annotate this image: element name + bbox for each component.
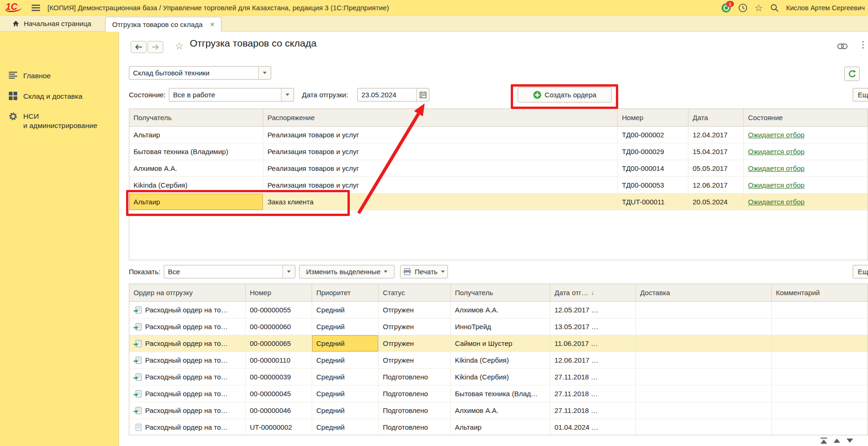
cell-recipient[interactable]: Альтаир [129, 127, 263, 143]
shipment-row[interactable]: Расходный ордер на то… 00-00000046 Средн… [129, 402, 868, 419]
cell-status[interactable]: Подготовлено [379, 369, 451, 385]
cell-recipient[interactable]: Kikinda (Сербия) [451, 352, 550, 368]
updates-notification-button[interactable]: 1 [721, 3, 731, 13]
shipment-row[interactable]: Расходный ордер на то… 00-00000055 Средн… [129, 302, 868, 318]
cell-priority[interactable]: Средний [312, 402, 379, 419]
order-row[interactable]: Алхимов А.А. Реализация товаров и услуг … [129, 160, 868, 177]
cell-number[interactable]: 00-00000065 [246, 335, 312, 351]
cell-number[interactable]: ТД00-000053 [618, 177, 688, 193]
sidebar-item-warehouse[interactable]: Склад и доставка [0, 92, 119, 101]
shipment-row[interactable]: Расходный ордер на то… 00-00000110 Средн… [129, 352, 868, 369]
cell-number[interactable]: 00-00000046 [246, 402, 312, 419]
state-link[interactable]: Ожидается отбор [748, 148, 805, 155]
cell-date[interactable]: 05.05.2017 [688, 160, 744, 176]
edit-selected-button[interactable]: Изменить выделенные [299, 265, 394, 278]
scroll-down-icon[interactable] [847, 439, 853, 443]
state-link[interactable]: Ожидается отбор [748, 164, 805, 172]
more-commands-button-bottom[interactable]: Еще [853, 265, 868, 278]
cell-priority[interactable]: Средний [312, 352, 379, 368]
favorites-star-icon[interactable]: ☆ [754, 3, 763, 13]
column-header-priority[interactable]: Приоритет [312, 284, 379, 301]
show-filter-select[interactable]: Все [164, 265, 295, 278]
cell-shipment-order[interactable]: Расходный ордер на то… [129, 369, 246, 385]
cell-ship-date[interactable]: 27.11.2018 … [550, 402, 636, 419]
cell-status[interactable]: Подготовлено [379, 402, 451, 419]
forward-button[interactable] [147, 41, 163, 53]
cell-number[interactable]: ТД00-000014 [618, 160, 688, 176]
back-button[interactable] [131, 41, 147, 53]
create-orders-button[interactable]: Создать ордера [518, 87, 612, 102]
cell-recipient[interactable]: Kikinda (Сербия) [451, 369, 550, 385]
tab-shipment-active[interactable]: Отгрузка товаров со склада × [105, 17, 221, 32]
cell-delivery[interactable] [636, 335, 772, 351]
cell-shipment-order[interactable]: Расходный ордер на то… [129, 402, 246, 419]
cell-priority[interactable]: Средний [312, 419, 379, 435]
get-link-icon[interactable] [837, 43, 848, 51]
warehouse-select[interactable]: Склад бытовой техники [129, 66, 271, 80]
1c-logo[interactable]: 1С [5, 1, 26, 14]
cell-ship-date[interactable]: 13.05.2017 … [550, 318, 636, 335]
cell-number[interactable]: 00-00000045 [246, 385, 312, 402]
cell-recipient[interactable]: Алхимов А.А. [451, 302, 550, 318]
column-header-number[interactable]: Номер [246, 284, 312, 301]
sidebar-item-main[interactable]: Главное [0, 71, 119, 81]
tab-home[interactable]: Начальная страница [4, 16, 100, 31]
column-header-number[interactable]: Номер [618, 109, 688, 126]
close-tab-icon[interactable]: × [210, 21, 214, 28]
cell-recipient[interactable]: Саймон и Шустер [451, 335, 550, 351]
calendar-button[interactable] [416, 88, 429, 101]
user-name[interactable]: Кислов Артем Сергеевич [786, 4, 865, 12]
cell-status[interactable]: Отгружен [379, 335, 451, 351]
favorite-page-star-icon[interactable]: ☆ [175, 41, 184, 51]
refresh-button[interactable] [844, 67, 860, 81]
cell-delivery[interactable] [636, 419, 772, 435]
shipment-row[interactable]: Расходный ордер на то… 00-00000039 Средн… [129, 369, 868, 385]
main-menu-button[interactable] [32, 5, 40, 11]
state-link[interactable]: Ожидается отбор [748, 198, 805, 206]
cell-shipment-order[interactable]: Расходный ордер на то… [129, 352, 246, 368]
shipment-row[interactable]: Расходный ордер на то… 00-00000045 Средн… [129, 385, 868, 402]
order-row[interactable]: Kikinda (Сербия) Реализация товаров и ус… [129, 177, 868, 194]
cell-recipient[interactable]: Альтаир [129, 194, 263, 210]
state-link[interactable]: Ожидается отбор [748, 131, 805, 139]
cell-status[interactable]: Отгружен [379, 318, 451, 335]
cell-comment[interactable] [772, 352, 868, 368]
cell-recipient[interactable]: ИнноТрейд [451, 318, 550, 335]
cell-number[interactable]: ТД00-000002 [618, 127, 688, 143]
cell-comment[interactable] [772, 419, 868, 435]
cell-number[interactable]: ТД00-000029 [618, 143, 688, 160]
cell-delivery[interactable] [636, 385, 772, 402]
cell-priority[interactable]: Средний [312, 302, 379, 318]
cell-number[interactable]: 00-00000055 [246, 302, 312, 318]
column-header-state[interactable]: Состояние [744, 109, 868, 126]
ship-date-field[interactable]: 23.05.2024 [357, 88, 429, 101]
cell-date[interactable]: 15.04.2017 [688, 143, 744, 160]
cell-date[interactable]: 20.05.2024 [688, 194, 744, 210]
cell-delivery[interactable] [636, 402, 772, 419]
state-filter-select[interactable]: Все в работе [169, 88, 294, 101]
cell-comment[interactable] [772, 369, 868, 385]
cell-number[interactable]: ТДUT-000011 [618, 194, 688, 210]
column-header-status[interactable]: Статус [379, 284, 451, 301]
cell-recipient[interactable]: Бытовая техника (Влад… [451, 385, 550, 402]
cell-date[interactable]: 12.04.2017 [688, 127, 744, 143]
cell-delivery[interactable] [636, 352, 772, 368]
cell-number[interactable]: 00-00000110 [246, 352, 312, 368]
column-header-recipient[interactable]: Получатель [129, 109, 263, 126]
column-header-delivery[interactable]: Доставка [636, 284, 772, 301]
sidebar-item-nsi-admin[interactable]: НСИ и администрирование [0, 112, 119, 130]
cell-number[interactable]: 00-00000060 [246, 318, 312, 335]
order-row[interactable]: Альтаир Реализация товаров и услуг ТД00-… [129, 127, 868, 143]
cell-order[interactable]: Реализация товаров и услуг [263, 160, 618, 176]
order-row[interactable]: Альтаир Заказ клиента ТДUT-000011 20.05.… [129, 194, 868, 210]
cell-shipment-order[interactable]: Расходный ордер на то… [129, 302, 246, 318]
warehouse-dropdown-button[interactable] [258, 67, 271, 79]
cell-number[interactable]: UT-00000002 [246, 419, 312, 435]
cell-comment[interactable] [772, 402, 868, 419]
cell-order[interactable]: Реализация товаров и услуг [263, 143, 618, 160]
scroll-up-icon[interactable] [834, 439, 840, 443]
cell-shipment-order[interactable]: Расходный ордер на то… [129, 318, 246, 335]
cell-delivery[interactable] [636, 369, 772, 385]
cell-ship-date[interactable]: 11.06.2017 … [550, 335, 636, 351]
cell-priority[interactable]: Средний [312, 385, 379, 402]
